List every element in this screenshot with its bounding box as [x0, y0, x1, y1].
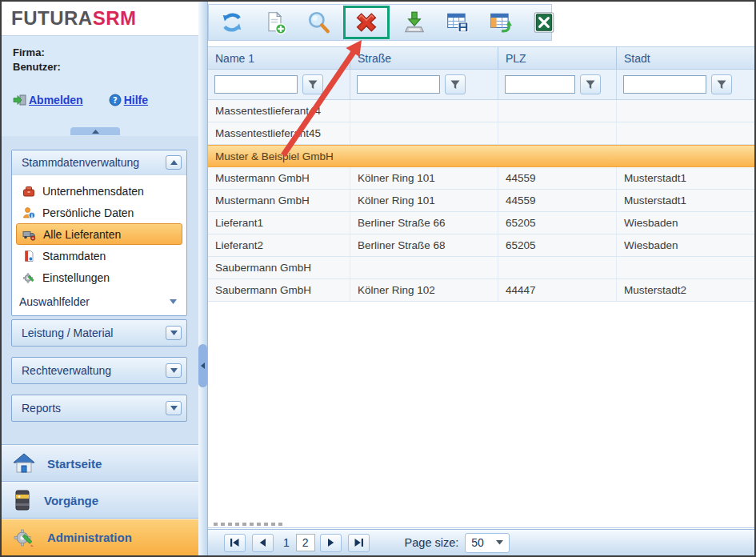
table-row[interactable]: Lieferant1 Berliner Straße 66 65205 Wies…: [208, 212, 754, 234]
new-document-icon: [263, 10, 287, 34]
home-icon: [13, 453, 35, 474]
next-page-icon: [327, 539, 334, 547]
sidebar-item-vorgaenge[interactable]: Vorgänge: [2, 482, 198, 519]
table-row[interactable]: Saubermann GmbH: [208, 257, 754, 279]
table-export-button[interactable]: [489, 10, 513, 35]
excel-export-icon: [532, 10, 556, 34]
cell-stadt: [616, 122, 754, 144]
table-row[interactable]: Lieferant2 Berliner Straße 68 65205 Wies…: [208, 234, 754, 257]
cell-plz: [498, 122, 616, 144]
sidebar-item-startseite[interactable]: Startseite: [2, 445, 198, 482]
expand-button[interactable]: [166, 401, 182, 415]
sidebar-item-unternehmensdaten[interactable]: Unternehmensdaten: [16, 180, 182, 202]
stammdaten-panel-header[interactable]: Stammdatenverwaltung: [12, 150, 186, 175]
chevron-left-icon: [201, 363, 205, 369]
expand-button[interactable]: [166, 326, 182, 340]
first-page-icon: [230, 539, 239, 547]
search-icon: [306, 10, 330, 34]
table-save-button[interactable]: [446, 10, 470, 35]
collapse-button[interactable]: [166, 155, 182, 170]
table-row-selected[interactable]: Muster & Beispiel GmbH: [208, 145, 754, 167]
cell-strasse: Berliner Straße 68: [350, 234, 498, 256]
cell-strasse: [350, 257, 498, 278]
cell-name1: Lieferant2: [208, 234, 350, 256]
column-header-stadt[interactable]: Stadt: [616, 47, 754, 69]
sidebar-item-auswahlfelder[interactable]: Auswahlfelder: [12, 290, 186, 315]
delete-highlight-box: [343, 6, 390, 39]
grid-filter-row: [208, 70, 754, 100]
firma-label: Firma:: [13, 46, 198, 60]
cell-name1: Lieferant1: [208, 212, 350, 234]
filter-button-stadt[interactable]: [711, 74, 732, 94]
panel-collapse-handle[interactable]: [70, 127, 120, 135]
page-size-value: 50: [471, 536, 484, 549]
expand-button[interactable]: [166, 363, 182, 378]
cell-strasse: Kölner Ring 102: [350, 279, 498, 301]
cell-stadt: Musterstadt2: [616, 279, 754, 301]
page-size-select[interactable]: 50: [465, 533, 510, 553]
filter-button-plz[interactable]: [580, 74, 601, 94]
panel-rechteverwaltung[interactable]: Rechteverwaltung: [11, 357, 187, 384]
sidebar-item-administration[interactable]: Administration: [2, 519, 198, 555]
help-icon: ?: [109, 94, 122, 106]
panel-leistung-material[interactable]: Leistung / Material: [11, 319, 187, 347]
table-row[interactable]: Saubermann GmbH Kölner Ring 102 44447 Mu…: [208, 279, 754, 302]
filter-input-strasse[interactable]: [357, 75, 440, 94]
sidebar-item-label: Alle Lieferanten: [43, 228, 121, 241]
previous-page-button[interactable]: [252, 534, 274, 552]
cell-strasse: [350, 100, 498, 122]
cell-name1: Mustermann GmbH: [208, 167, 350, 189]
bottom-item-label: Startseite: [47, 457, 102, 471]
funnel-icon: [717, 80, 726, 90]
sidebar-item-alle-lieferanten[interactable]: Alle Lieferanten: [16, 223, 182, 245]
table-row[interactable]: Mustermann GmbH Kölner Ring 101 44559 Mu…: [208, 167, 754, 190]
sidebar-item-einstellungen[interactable]: Einstellungen: [16, 266, 182, 288]
help-link[interactable]: ? Hilfe: [109, 94, 148, 106]
chevron-down-icon: [170, 368, 178, 373]
column-header-strasse[interactable]: Straße: [350, 47, 498, 69]
benutzer-label: Benutzer:: [13, 60, 198, 74]
cell-plz: 65205: [498, 234, 616, 256]
page-number-1[interactable]: 1: [283, 536, 290, 549]
column-header-name1[interactable]: Name 1: [208, 47, 350, 69]
import-button[interactable]: [402, 10, 426, 35]
next-page-button[interactable]: [320, 534, 342, 552]
delete-button[interactable]: [354, 10, 379, 35]
refresh-button[interactable]: [220, 10, 244, 35]
splitter-collapse-handle[interactable]: [198, 344, 207, 387]
binder-icon: [13, 490, 32, 511]
cell-plz: 44559: [498, 190, 616, 211]
funnel-icon: [450, 80, 460, 90]
suppliers-icon: [22, 228, 36, 241]
clipped-text-fragment: [214, 523, 282, 526]
panel-reports[interactable]: Reports: [11, 395, 187, 422]
filter-button-strasse[interactable]: [445, 74, 466, 94]
cell-strasse: Kölner Ring 101: [350, 190, 498, 211]
new-document-button[interactable]: [263, 10, 287, 35]
filter-button-name1[interactable]: [302, 74, 323, 94]
cell-stadt: Musterstadt1: [616, 190, 754, 211]
table-row[interactable]: Massentestlieferant45: [208, 122, 754, 145]
chevron-up-icon: [92, 130, 99, 134]
excel-export-button[interactable]: [532, 10, 556, 35]
logout-link[interactable]: Abmelden: [13, 94, 83, 106]
sidebar-item-label: Stammdaten: [42, 250, 106, 262]
chevron-down-icon: [170, 331, 178, 335]
column-header-plz[interactable]: PLZ: [498, 47, 616, 69]
bottom-item-label: Vorgänge: [44, 494, 98, 507]
panel-label: Reports: [22, 402, 61, 415]
grid-body: Massentestlieferant44 Massentestlieferan…: [208, 100, 754, 302]
chevron-down-icon: [170, 299, 177, 304]
filter-input-plz[interactable]: [505, 75, 575, 94]
page-number-2-current[interactable]: 2: [296, 534, 315, 551]
table-row[interactable]: Mustermann GmbH Kölner Ring 101 44559 Mu…: [208, 190, 754, 212]
table-row[interactable]: Massentestlieferant44: [208, 100, 754, 122]
sidebar-splitter[interactable]: [198, 2, 208, 555]
filter-input-name1[interactable]: [214, 75, 298, 94]
sidebar-item-persoenliche-daten[interactable]: Persönliche Daten: [16, 202, 182, 223]
filter-input-stadt[interactable]: [623, 75, 706, 94]
first-page-button[interactable]: [224, 534, 246, 552]
sidebar-item-stammdaten[interactable]: Stammdaten: [16, 245, 182, 266]
last-page-button[interactable]: [348, 534, 370, 552]
search-button[interactable]: [306, 10, 330, 35]
